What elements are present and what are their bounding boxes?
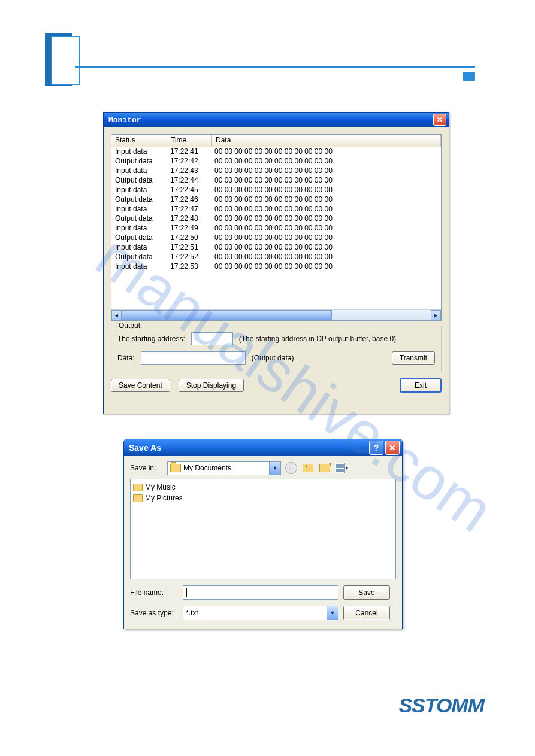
cell-time: 17:22:43 (167, 166, 211, 176)
start-address-input[interactable] (191, 332, 233, 345)
output-legend: Output: (116, 321, 144, 330)
cell-status: Input data (111, 166, 167, 176)
save-as-type-combobox[interactable]: *.txt ▼ (183, 606, 338, 620)
horizontal-scrollbar[interactable]: ◄ ► (111, 309, 441, 320)
scroll-left-arrow-icon[interactable]: ◄ (111, 310, 122, 320)
file-list[interactable]: My MusicMy Pictures (130, 479, 396, 579)
list-header-row: Status Time Data (111, 135, 441, 147)
scroll-right-arrow-icon[interactable]: ► (431, 310, 441, 320)
cell-status: Input data (111, 243, 167, 253)
exit-button[interactable]: Exit (400, 378, 442, 393)
save-as-title: Save As (129, 443, 367, 453)
save-as-dialog: Save As ? ✕ Save in: My Documents ▼ ← ▾ … (123, 439, 403, 629)
back-button[interactable]: ← (285, 462, 298, 475)
table-row[interactable]: Input data17:22:4100 00 00 00 00 00 00 0… (111, 147, 441, 157)
cell-data: 00 00 00 00 00 00 00 00 00 00 00 00 (211, 166, 441, 176)
cell-time: 17:22:53 (167, 262, 211, 272)
views-button[interactable]: ▾ (335, 462, 348, 475)
new-folder-button[interactable] (318, 462, 331, 475)
table-row[interactable]: Output data17:22:4800 00 00 00 00 00 00 … (111, 214, 441, 224)
cell-data: 00 00 00 00 00 00 00 00 00 00 00 00 (211, 224, 441, 233)
col-header-time[interactable]: Time (167, 135, 212, 147)
cell-time: 17:22:50 (167, 233, 211, 243)
cell-status: Input data (111, 186, 167, 195)
file-item-name: My Music (145, 483, 176, 491)
cell-time: 17:22:42 (167, 157, 211, 166)
page-header-decoration (51, 36, 80, 85)
cell-data: 00 00 00 00 00 00 00 00 00 00 00 00 (211, 186, 441, 195)
table-row[interactable]: Input data17:22:5100 00 00 00 00 00 00 0… (111, 243, 441, 253)
close-icon[interactable]: ✕ (385, 441, 400, 455)
page-header-line (75, 66, 475, 68)
save-button[interactable]: Save (343, 585, 390, 600)
table-row[interactable]: Input data17:22:4500 00 00 00 00 00 00 0… (111, 186, 441, 195)
cell-status: Input data (111, 205, 167, 214)
table-row[interactable]: Input data17:22:4300 00 00 00 00 00 00 0… (111, 166, 441, 176)
table-row[interactable]: Output data17:22:4400 00 00 00 00 00 00 … (111, 176, 441, 186)
cell-time: 17:22:45 (167, 186, 211, 195)
cell-time: 17:22:52 (167, 253, 211, 262)
list-item[interactable]: My Music (133, 482, 393, 493)
cell-time: 17:22:41 (167, 147, 211, 157)
cell-status: Output data (111, 176, 167, 186)
scroll-thumb[interactable] (122, 310, 332, 320)
close-icon[interactable]: ✕ (433, 114, 446, 126)
folder-icon (170, 464, 181, 472)
cell-time: 17:22:46 (167, 195, 211, 205)
table-row[interactable]: Output data17:22:5200 00 00 00 00 00 00 … (111, 253, 441, 262)
file-name-label: File name: (130, 588, 178, 597)
file-name-input[interactable] (183, 585, 338, 600)
data-hint: (Output data) (252, 354, 294, 362)
cell-data: 00 00 00 00 00 00 00 00 00 00 00 00 (211, 214, 441, 224)
cell-data: 00 00 00 00 00 00 00 00 00 00 00 00 (211, 195, 441, 205)
cancel-button[interactable]: Cancel (343, 606, 390, 620)
cell-status: Input data (111, 224, 167, 233)
monitor-listview[interactable]: Status Time Data Input data17:22:4100 00… (111, 134, 442, 321)
up-one-level-button[interactable] (301, 462, 315, 475)
folder-up-icon (303, 464, 313, 472)
back-icon: ← (285, 462, 297, 474)
folder-icon (133, 484, 143, 491)
cell-status: Output data (111, 253, 167, 262)
data-input[interactable] (141, 351, 246, 365)
save-as-titlebar[interactable]: Save As ? ✕ (124, 439, 402, 456)
col-header-data[interactable]: Data (212, 135, 441, 147)
cell-data: 00 00 00 00 00 00 00 00 00 00 00 00 (211, 147, 441, 157)
cell-data: 00 00 00 00 00 00 00 00 00 00 00 00 (211, 253, 441, 262)
table-row[interactable]: Output data17:22:4600 00 00 00 00 00 00 … (111, 195, 441, 205)
table-row[interactable]: Output data17:22:5000 00 00 00 00 00 00 … (111, 233, 441, 243)
stop-displaying-button[interactable]: Stop Displaying (179, 379, 244, 392)
chevron-down-icon[interactable]: ▼ (327, 606, 338, 620)
text-cursor (186, 588, 187, 597)
table-row[interactable]: Input data17:22:4700 00 00 00 00 00 00 0… (111, 205, 441, 214)
table-row[interactable]: Input data17:22:5300 00 00 00 00 00 00 0… (111, 262, 441, 272)
output-groupbox: Output: The starting address: (The start… (111, 326, 442, 371)
save-in-combobox[interactable]: My Documents ▼ (167, 461, 281, 475)
table-row[interactable]: Output data17:22:4200 00 00 00 00 00 00 … (111, 157, 441, 166)
col-header-status[interactable]: Status (111, 135, 167, 147)
cell-status: Output data (111, 214, 167, 224)
cell-time: 17:22:51 (167, 243, 211, 253)
table-row[interactable]: Input data17:22:4900 00 00 00 00 00 00 0… (111, 224, 441, 233)
cell-status: Output data (111, 157, 167, 166)
data-label: Data: (117, 354, 135, 362)
monitor-title: Monitor (108, 116, 433, 125)
cell-data: 00 00 00 00 00 00 00 00 00 00 00 00 (211, 262, 441, 272)
cell-status: Output data (111, 195, 167, 205)
help-icon[interactable]: ? (369, 441, 383, 455)
page-header-endcap (463, 72, 475, 81)
transmit-button[interactable]: Transmit (392, 351, 435, 365)
save-content-button[interactable]: Save Content (111, 379, 170, 392)
cell-status: Input data (111, 147, 167, 157)
chevron-down-icon[interactable]: ▼ (269, 462, 280, 475)
cell-time: 17:22:48 (167, 214, 211, 224)
file-item-name: My Pictures (145, 494, 183, 502)
views-icon (335, 463, 345, 473)
cell-time: 17:22:49 (167, 224, 211, 233)
monitor-titlebar[interactable]: Monitor ✕ (104, 113, 449, 127)
start-address-hint: (The starting address in DP output buffe… (239, 335, 396, 343)
cell-status: Input data (111, 262, 167, 272)
list-item[interactable]: My Pictures (133, 493, 393, 503)
cell-time: 17:22:44 (167, 176, 211, 186)
scroll-track[interactable] (122, 310, 431, 320)
